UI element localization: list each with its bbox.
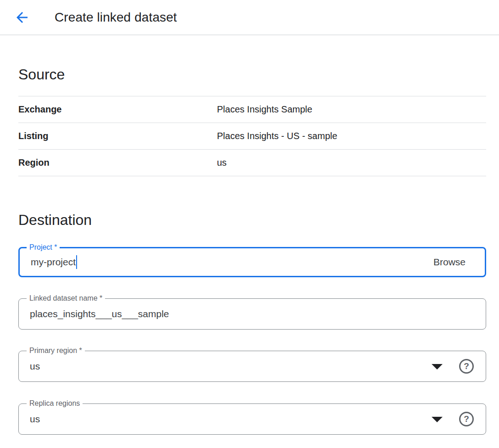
region-label: Region [18,157,217,168]
help-icon[interactable]: ? [459,359,474,374]
text-cursor [76,255,77,269]
primary-region-select[interactable]: Primary region * us ? [18,351,486,382]
page-header: Create linked dataset [0,0,499,35]
replica-regions-value: us [30,414,40,425]
linked-dataset-name-value[interactable]: places_insights___us___sample [30,308,169,319]
project-field-label: Project * [27,243,60,252]
source-section-heading: Source [18,65,486,84]
help-icon[interactable]: ? [459,412,474,426]
project-field[interactable]: Project * my-project Browse [18,247,486,277]
primary-region-value: us [30,361,40,372]
listing-label: Listing [18,131,217,141]
dropdown-arrow-icon[interactable] [432,364,443,370]
page-title: Create linked dataset [55,10,177,25]
source-row-listing: Listing Places Insights - US - sample [18,123,486,150]
replica-regions-label: Replica regions [27,399,83,408]
dropdown-arrow-icon[interactable] [432,417,443,422]
source-row-region: Region us [18,150,486,176]
linked-dataset-name-label: Linked dataset name * [27,294,105,303]
destination-section-heading: Destination [18,210,486,230]
source-row-exchange: Exchange Places Insights Sample [18,96,486,123]
listing-value: Places Insights - US - sample [217,131,337,141]
region-value: us [217,157,227,168]
replica-regions-select[interactable]: Replica regions us ? [18,403,486,435]
browse-button[interactable]: Browse [433,257,466,268]
project-input-value[interactable]: my-project [31,257,76,268]
back-button[interactable] [13,8,31,27]
linked-dataset-name-field[interactable]: Linked dataset name * places_insights___… [18,298,486,330]
exchange-label: Exchange [18,104,217,115]
exchange-value: Places Insights Sample [217,104,312,115]
source-table: Exchange Places Insights Sample Listing … [18,96,486,176]
back-arrow-icon [14,9,30,26]
primary-region-label: Primary region * [27,346,85,355]
